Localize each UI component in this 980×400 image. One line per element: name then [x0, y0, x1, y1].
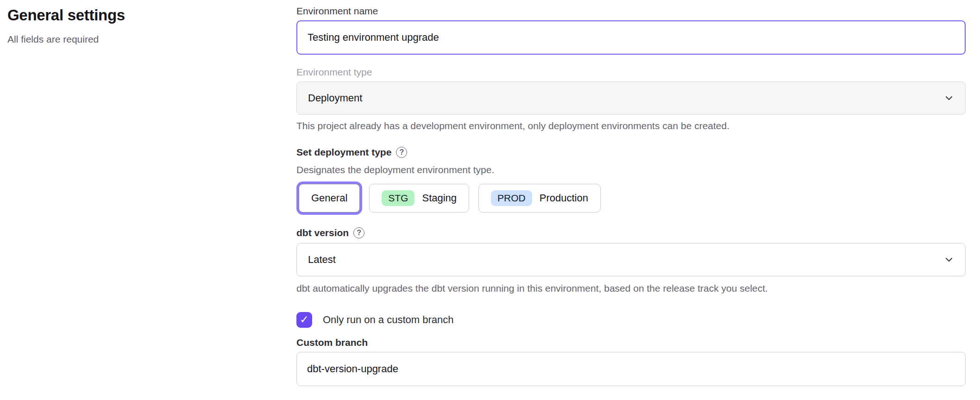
environment-type-label: Environment type	[296, 67, 966, 78]
deployment-type-help-text: Designates the deployment environment ty…	[296, 163, 966, 176]
custom-branch-checkbox-row: ✓ Only run on a custom branch	[296, 312, 966, 328]
page-subtitle: All fields are required	[7, 33, 267, 45]
deployment-type-options: General STG Staging PROD Production	[296, 184, 966, 212]
chevron-down-icon	[944, 93, 954, 103]
production-badge: PROD	[491, 190, 532, 206]
deployment-type-label: Set deployment type	[296, 147, 391, 158]
custom-branch-checkbox-label[interactable]: Only run on a custom branch	[323, 314, 453, 326]
dbt-version-help-text: dbt automatically upgrades the dbt versi…	[296, 282, 966, 294]
help-circle-icon[interactable]: ?	[396, 147, 407, 158]
environment-type-value: Deployment	[308, 92, 362, 104]
dbt-version-value: Latest	[308, 254, 336, 266]
custom-branch-label: Custom branch	[296, 337, 966, 348]
deployment-type-option-general[interactable]: General	[299, 184, 360, 212]
chevron-down-icon	[944, 255, 954, 265]
environment-settings-form: Environment name Environment type Deploy…	[296, 6, 966, 386]
deployment-type-option-general-label: General	[311, 192, 347, 204]
deployment-type-option-staging-label: Staging	[422, 192, 457, 204]
page-header: General settings All fields are required	[7, 6, 267, 46]
staging-badge: STG	[382, 190, 415, 206]
environment-type-help-text: This project already has a development e…	[296, 119, 966, 132]
help-circle-icon[interactable]: ?	[353, 227, 364, 238]
deployment-type-option-production-label: Production	[540, 192, 588, 204]
page-title: General settings	[7, 6, 267, 25]
environment-type-select: Deployment	[296, 81, 966, 115]
custom-branch-input[interactable]	[296, 352, 966, 386]
environment-name-label: Environment name	[296, 6, 966, 17]
dbt-version-select[interactable]: Latest	[296, 243, 966, 276]
checkmark-icon: ✓	[300, 313, 308, 326]
dbt-version-label: dbt version	[296, 227, 349, 238]
general-settings-page: General settings All fields are required…	[0, 0, 980, 400]
deployment-type-option-production[interactable]: PROD Production	[478, 184, 601, 212]
deployment-type-option-staging[interactable]: STG Staging	[369, 184, 469, 212]
custom-branch-checkbox[interactable]: ✓	[296, 312, 312, 328]
environment-name-input[interactable]	[296, 20, 966, 55]
